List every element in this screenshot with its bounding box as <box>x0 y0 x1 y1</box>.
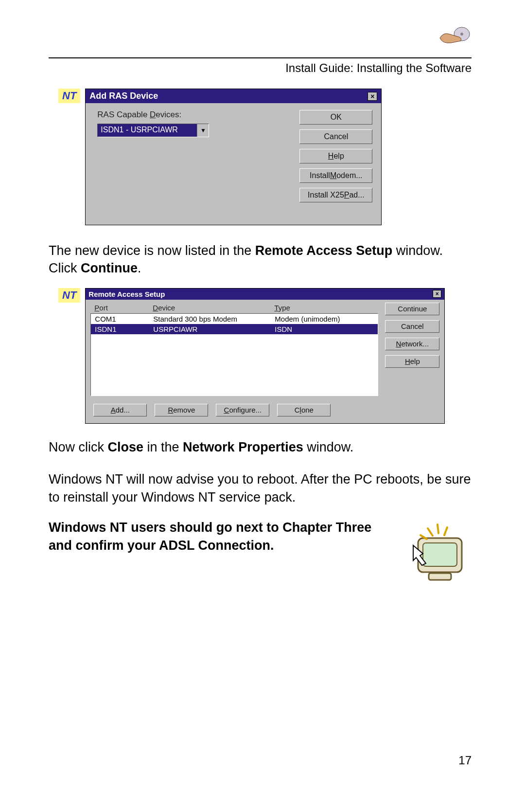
add-ras-device-dialog: Add RAS Device × RAS Capable Devices: IS… <box>85 89 382 225</box>
list-item[interactable]: COM1 Standard 300 bps Modem Modem (unimo… <box>91 314 378 324</box>
remote-access-setup-dialog: Remote Access Setup × Port Device Type C… <box>85 288 445 424</box>
svg-line-7 <box>444 527 447 535</box>
list-item[interactable]: ISDN1 USRPCIAWR ISDN <box>91 324 378 334</box>
install-x25-button[interactable]: Install X25 Pad... <box>299 188 372 202</box>
chevron-down-icon[interactable]: ▼ <box>197 124 209 137</box>
combo-selected-value: ISDN1 - USRPCIAWR <box>98 124 197 137</box>
nt-badge: NT <box>58 89 80 103</box>
page-number: 17 <box>458 754 472 767</box>
monitor-click-icon <box>399 519 472 592</box>
instruction-text-2: Now click Close in the Network Propertie… <box>49 438 472 456</box>
list-headers: Port Device Type <box>90 303 378 313</box>
ras-devices-label: RAS Capable Devices: <box>97 110 286 120</box>
hand-cd-icon <box>438 23 472 48</box>
dialog-titlebar: Remote Access Setup × <box>86 289 444 300</box>
svg-line-5 <box>428 528 433 536</box>
svg-point-1 <box>460 33 463 36</box>
device-listbox[interactable]: COM1 Standard 300 bps Modem Modem (unimo… <box>90 313 378 396</box>
nt-badge: NT <box>58 288 80 303</box>
install-modem-button[interactable]: Install Modem... <box>299 168 372 183</box>
add-button[interactable]: Add... <box>93 404 147 416</box>
svg-line-6 <box>438 524 438 533</box>
network-button[interactable]: Network... <box>385 338 439 350</box>
close-icon[interactable]: × <box>433 290 441 298</box>
help-button[interactable]: Help <box>385 355 439 368</box>
ras-devices-combo[interactable]: ISDN1 - USRPCIAWR ▼ <box>97 124 209 137</box>
svg-rect-4 <box>429 573 451 580</box>
clone-button[interactable]: Clone <box>277 404 331 416</box>
chapter-note: Windows NT users should go next to Chapt… <box>49 519 389 554</box>
dialog-title: Add RAS Device <box>89 91 158 101</box>
close-icon[interactable]: × <box>368 92 377 101</box>
configure-button[interactable]: Configure... <box>216 404 269 416</box>
dialog-titlebar: Add RAS Device × <box>86 89 381 103</box>
header-divider <box>49 57 472 58</box>
instruction-text-1: The new device is now listed in the Remo… <box>49 242 472 277</box>
svg-rect-3 <box>423 543 457 566</box>
continue-button[interactable]: Continue <box>385 303 439 315</box>
cancel-button[interactable]: Cancel <box>299 129 372 144</box>
ok-button[interactable]: OK <box>299 110 372 125</box>
help-button[interactable]: Help <box>299 149 372 163</box>
remove-button[interactable]: Remove <box>155 404 208 416</box>
breadcrumb: Install Guide: Installing the Software <box>49 61 472 75</box>
dialog-title: Remote Access Setup <box>88 290 165 298</box>
cancel-button[interactable]: Cancel <box>385 320 439 333</box>
instruction-text-3: Windows NT will now advise you to reboot… <box>49 470 472 506</box>
